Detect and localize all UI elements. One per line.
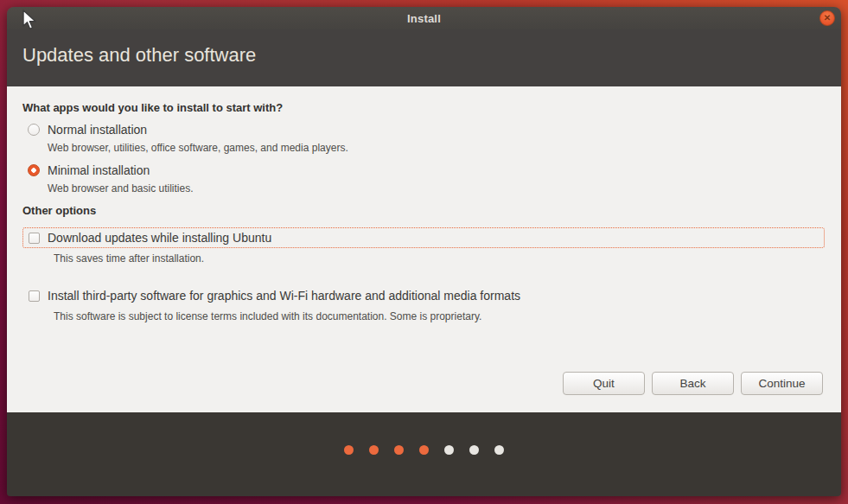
- radio-normal-installation[interactable]: [28, 124, 40, 136]
- continue-button[interactable]: Continue: [741, 372, 823, 395]
- checkbox-third-party-software[interactable]: [29, 290, 40, 302]
- apps-section-heading: What apps would you like to install to s…: [22, 101, 826, 114]
- progress-dot-completed: [369, 445, 379, 455]
- radio-minimal-installation[interactable]: [28, 164, 40, 176]
- progress-footer: [7, 412, 841, 496]
- main-content: What apps would you like to install to s…: [7, 86, 841, 412]
- progress-dots: [344, 445, 504, 455]
- dialog-buttons: Quit Back Continue: [563, 372, 823, 395]
- radio-description: Web browser, utilities, office software,…: [48, 142, 826, 154]
- installer-window: Install ✕ Updates and other software Wha…: [7, 7, 841, 496]
- checkbox-description: This saves time after installation.: [54, 252, 826, 265]
- titlebar: Install ✕: [7, 7, 841, 29]
- radio-row-normal-installation[interactable]: Normal installation: [28, 123, 826, 137]
- progress-dot-completed: [419, 445, 429, 455]
- progress-dot-pending: [444, 445, 454, 455]
- quit-button[interactable]: Quit: [563, 372, 645, 395]
- checkbox-download-updates[interactable]: [29, 233, 40, 244]
- page-header: Updates and other software: [7, 29, 841, 86]
- progress-dot-completed: [344, 445, 354, 455]
- radio-description: Web browser and basic utilities.: [48, 182, 826, 195]
- checkbox-label[interactable]: Download updates while installing Ubuntu: [48, 231, 271, 245]
- radio-row-minimal-installation[interactable]: Minimal installation: [28, 163, 826, 177]
- checkbox-row-third-party-software[interactable]: Install third-party software for graphic…: [22, 285, 825, 306]
- page-title: Updates and other software: [22, 44, 256, 67]
- checkbox-description: This software is subject to license term…: [54, 310, 826, 322]
- progress-dot-pending: [494, 445, 504, 455]
- radio-label[interactable]: Normal installation: [48, 123, 147, 137]
- progress-dot-completed: [394, 445, 404, 455]
- radio-label[interactable]: Minimal installation: [48, 163, 150, 177]
- close-button[interactable]: ✕: [819, 10, 835, 26]
- window-title: Install: [407, 12, 441, 25]
- other-options-heading: Other options: [22, 204, 826, 217]
- close-icon: ✕: [824, 13, 831, 22]
- desktop: { "window": { "title": "Install", "close…: [0, 0, 848, 504]
- checkbox-row-download-updates[interactable]: Download updates while installing Ubuntu: [22, 227, 825, 248]
- progress-dot-pending: [469, 445, 479, 455]
- back-button[interactable]: Back: [652, 372, 734, 395]
- checkbox-label[interactable]: Install third-party software for graphic…: [48, 289, 520, 303]
